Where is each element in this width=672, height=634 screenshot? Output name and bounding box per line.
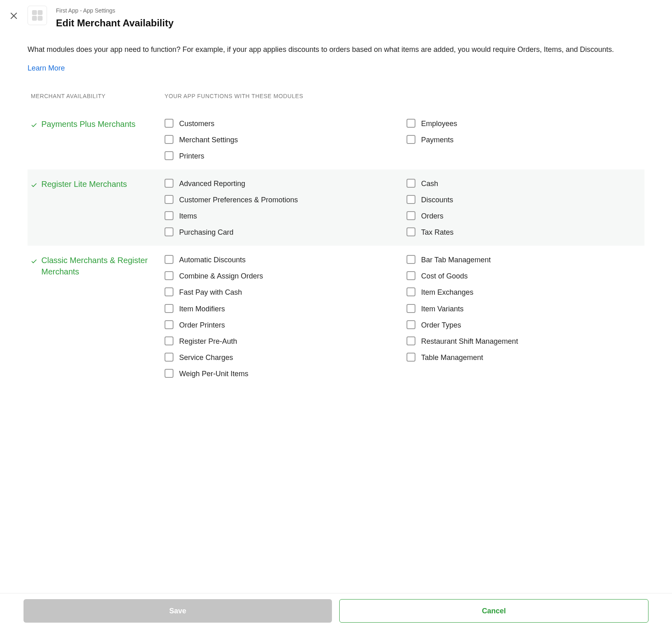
- availability-section-left: Payments Plus Merchants: [31, 118, 165, 161]
- module-label: Tax Rates: [421, 227, 454, 238]
- module-item: Customer Preferences & Promotions: [165, 195, 398, 205]
- module-label: Items: [179, 211, 197, 221]
- module-checkbox[interactable]: [165, 353, 173, 362]
- module-checkbox[interactable]: [165, 320, 173, 329]
- module-item: Advanced Reporting: [165, 178, 398, 189]
- module-item: Orders: [407, 211, 640, 221]
- module-checkbox[interactable]: [407, 227, 415, 236]
- module-checkbox[interactable]: [407, 353, 415, 362]
- modules-grid: Automatic DiscountsBar Tab ManagementCom…: [165, 255, 640, 379]
- breadcrumb: First App - App Settings: [56, 6, 173, 15]
- module-item: Table Management: [407, 352, 640, 363]
- module-checkbox[interactable]: [165, 227, 173, 236]
- module-item: Automatic Discounts: [165, 255, 398, 265]
- module-checkbox[interactable]: [407, 119, 415, 128]
- module-checkbox[interactable]: [407, 336, 415, 345]
- module-checkbox[interactable]: [165, 195, 173, 204]
- module-label: Cost of Goods: [421, 271, 468, 281]
- page-title: Edit Merchant Availability: [56, 16, 173, 30]
- module-item: Cash: [407, 178, 640, 189]
- module-item: Discounts: [407, 195, 640, 205]
- module-label: Discounts: [421, 195, 453, 205]
- module-label: Service Charges: [179, 352, 233, 363]
- module-checkbox[interactable]: [407, 255, 415, 264]
- module-label: Combine & Assign Orders: [179, 271, 263, 281]
- column-header-availability: MERCHANT AVAILABILITY: [31, 92, 165, 100]
- module-label: Order Types: [421, 320, 461, 330]
- module-label: Restaurant Shift Management: [421, 336, 518, 347]
- module-label: Order Printers: [179, 320, 225, 330]
- modal-header: First App - App Settings Edit Merchant A…: [0, 0, 672, 30]
- module-label: Orders: [421, 211, 443, 221]
- availability-section: Register Lite MerchantsAdvanced Reportin…: [28, 169, 644, 246]
- module-checkbox[interactable]: [407, 304, 415, 313]
- module-item: Bar Tab Management: [407, 255, 640, 265]
- availability-section-title: Register Lite Merchants: [41, 178, 135, 190]
- module-checkbox[interactable]: [165, 255, 173, 264]
- module-checkbox[interactable]: [165, 151, 173, 160]
- module-label: Printers: [179, 151, 204, 161]
- module-label: Purchasing Card: [179, 227, 233, 238]
- module-item: Items: [165, 211, 398, 221]
- module-item: Customers: [165, 118, 398, 129]
- check-icon: [31, 257, 38, 264]
- module-label: Item Variants: [421, 304, 464, 314]
- module-label: Merchant Settings: [179, 135, 238, 145]
- module-checkbox[interactable]: [407, 195, 415, 204]
- module-item: Weigh Per-Unit Items: [165, 368, 398, 379]
- modal: First App - App Settings Edit Merchant A…: [0, 0, 672, 436]
- module-label: Customers: [179, 118, 214, 129]
- column-header-modules: YOUR APP FUNCTIONS WITH THESE MODULES: [165, 92, 644, 100]
- availability-table: MERCHANT AVAILABILITY YOUR APP FUNCTIONS…: [28, 92, 644, 387]
- check-icon: [31, 121, 38, 128]
- availability-section: Payments Plus MerchantsCustomersEmployee…: [28, 109, 644, 169]
- module-item: Payments: [407, 135, 640, 145]
- clover-icon: [32, 10, 43, 21]
- module-checkbox[interactable]: [165, 179, 173, 188]
- module-checkbox[interactable]: [165, 304, 173, 313]
- module-checkbox[interactable]: [165, 287, 173, 296]
- module-label: Payments: [421, 135, 454, 145]
- module-item: Order Printers: [165, 320, 398, 330]
- module-checkbox[interactable]: [407, 135, 415, 144]
- close-icon: [9, 11, 18, 20]
- modules-grid: CustomersEmployeesMerchant SettingsPayme…: [165, 118, 640, 161]
- module-item: Employees: [407, 118, 640, 129]
- module-label: Register Pre-Auth: [179, 336, 237, 347]
- module-label: Customer Preferences & Promotions: [179, 195, 298, 205]
- module-label: Cash: [421, 178, 438, 189]
- module-checkbox[interactable]: [165, 336, 173, 345]
- module-item: Combine & Assign Orders: [165, 271, 398, 281]
- module-label: Advanced Reporting: [179, 178, 245, 189]
- module-checkbox[interactable]: [165, 119, 173, 128]
- module-item: Item Modifiers: [165, 304, 398, 314]
- availability-section: Classic Merchants & Register MerchantsAu…: [28, 246, 644, 387]
- availability-section-left: Register Lite Merchants: [31, 178, 165, 238]
- module-item: Tax Rates: [407, 227, 640, 238]
- module-label: Weigh Per-Unit Items: [179, 368, 248, 379]
- module-item: Item Exchanges: [407, 287, 640, 298]
- module-label: Item Exchanges: [421, 287, 473, 298]
- module-label: Automatic Discounts: [179, 255, 246, 265]
- learn-more-link[interactable]: Learn More: [28, 63, 65, 73]
- module-checkbox[interactable]: [165, 211, 173, 220]
- description-text: What modules does your app need to funct…: [0, 30, 672, 55]
- availability-section-title: Classic Merchants & Register Merchants: [41, 255, 165, 277]
- module-checkbox[interactable]: [165, 271, 173, 280]
- module-checkbox[interactable]: [165, 135, 173, 144]
- availability-section-left: Classic Merchants & Register Merchants: [31, 255, 165, 379]
- module-label: Employees: [421, 118, 457, 129]
- module-item: Purchasing Card: [165, 227, 398, 238]
- module-checkbox[interactable]: [407, 287, 415, 296]
- module-checkbox[interactable]: [407, 179, 415, 188]
- module-item: Restaurant Shift Management: [407, 336, 640, 347]
- check-icon: [31, 181, 38, 188]
- module-checkbox[interactable]: [165, 369, 173, 378]
- close-button[interactable]: [9, 11, 19, 21]
- module-item: Cost of Goods: [407, 271, 640, 281]
- module-item: Register Pre-Auth: [165, 336, 398, 347]
- module-checkbox[interactable]: [407, 211, 415, 220]
- module-item: Item Variants: [407, 304, 640, 314]
- module-checkbox[interactable]: [407, 320, 415, 329]
- module-checkbox[interactable]: [407, 271, 415, 280]
